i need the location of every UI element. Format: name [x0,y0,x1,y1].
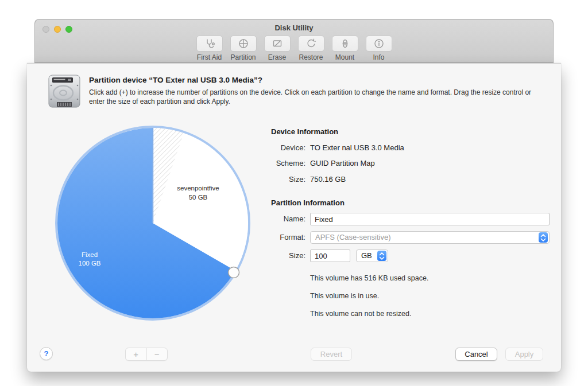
status-used-space: This volume has 516 KB used space. [310,274,428,282]
size-row: Size: 750.16 GB [266,175,346,184]
device-size-value: 750.16 GB [310,175,346,184]
toolbar-button-mount[interactable]: Mount [332,36,358,61]
toolbar-label: Info [373,53,384,61]
restore-icon [305,38,317,49]
erase-icon [272,38,283,49]
device-information-heading: Device Information [271,127,338,136]
minimize-button[interactable] [54,26,61,33]
toolbar-label: Restore [299,53,323,61]
size-unit-stepper-icon [377,251,386,261]
partition-pie-chart: sevenpointfive 50 GB Fixed 100 GB [53,124,252,322]
size-unit-dropdown[interactable]: GB [356,249,388,262]
window-title: Disk Utility [35,20,553,32]
partition-icon [238,38,249,49]
partition-information-heading: Partition Information [271,198,345,207]
toolbar-button-partition[interactable]: Partition [230,36,257,61]
partition-sheet: Partition device “TO Exter nal USB 3.0 M… [27,63,561,372]
close-button[interactable] [42,26,49,33]
device-size-label: Size: [266,175,305,184]
toolbar-button-first-aid[interactable]: First Aid [196,36,223,61]
mount-button-face [332,36,358,52]
scheme-label: Scheme: [266,159,305,167]
add-partition-button[interactable]: + [126,348,147,360]
name-label: Name: [257,213,305,225]
toolbar-label: First Aid [197,53,222,61]
sheet-description: Click add (+) to increase the number of … [89,88,546,106]
toolbar: First Aid Partition Erase [35,36,553,61]
scheme-row: Scheme: GUID Partition Map [266,159,375,167]
disk-utility-titlebar: Disk Utility First Aid Partition [34,19,554,63]
scheme-value: GUID Partition Map [310,159,375,167]
first-aid-icon [204,38,215,49]
pie-label-fixed-size: 100 GB [79,260,101,267]
toolbar-label: Erase [268,53,286,61]
mount-icon [339,38,351,49]
status-cannot-resize: This volume can not be resized. [310,310,411,318]
first-aid-button-face [196,36,223,52]
format-label: Format: [257,231,305,244]
apply-button[interactable]: Apply [505,348,543,361]
format-value: APFS (Case-sensitive) [315,233,390,241]
toolbar-button-erase[interactable]: Erase [264,36,291,61]
sheet-title: Partition device “TO Exter nal USB 3.0 M… [89,76,262,84]
pie-label-fixed-name: Fixed [82,251,98,258]
toolbar-button-restore[interactable]: Restore [298,36,324,61]
status-in-use: This volume is in use. [310,292,379,300]
toolbar-label: Mount [335,53,354,61]
partition-name-input[interactable] [310,213,550,225]
info-button-face [366,36,392,52]
restore-button-face [298,36,324,52]
partition-button-face [230,36,257,52]
traffic-lights [42,26,72,33]
device-label: Device: [266,143,305,152]
erase-button-face [264,36,291,52]
pie-label-sevenpointfive-name: sevenpointfive [177,185,219,192]
device-row: Device: TO Exter nal USB 3.0 Media [266,143,404,152]
hard-disk-icon [46,73,83,110]
partition-size-label: Size: [257,249,305,262]
pie-label-sevenpointfive-size: 50 GB [189,194,208,201]
remove-partition-button[interactable]: − [147,348,168,360]
revert-button[interactable]: Revert [311,348,352,361]
partition-size-input[interactable] [310,249,350,262]
size-unit-value: GB [361,251,372,260]
info-icon [373,38,385,49]
format-stepper-icon [539,232,548,243]
add-remove-partition-group: + − [125,348,168,361]
format-dropdown[interactable]: APFS (Case-sensitive) [310,231,550,244]
help-button[interactable]: ? [40,347,53,360]
toolbar-label: Partition [230,53,256,61]
zoom-button[interactable] [65,26,72,33]
device-value: TO Exter nal USB 3.0 Media [310,143,404,152]
screen: Disk Utility First Aid Partition [0,0,588,386]
partition-resize-handle[interactable] [229,267,239,278]
toolbar-button-info[interactable]: Info [366,36,392,61]
cancel-button[interactable]: Cancel [455,348,497,361]
